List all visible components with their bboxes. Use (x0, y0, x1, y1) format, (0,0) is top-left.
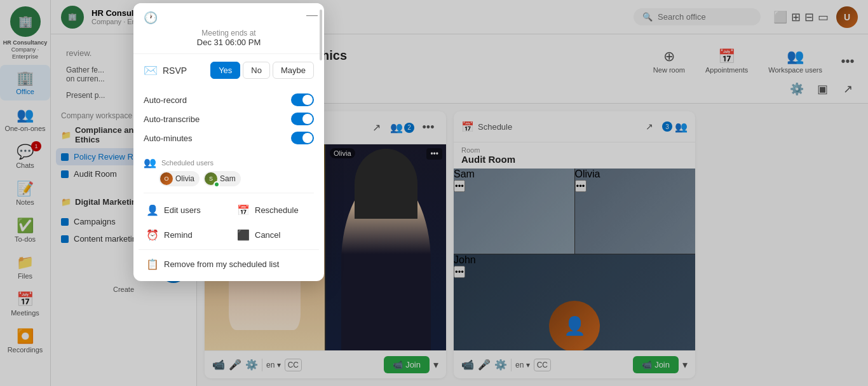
rsvp-envelope-icon: ✉️ (144, 64, 158, 78)
reschedule-icon: 📅 (237, 204, 250, 216)
remove-scheduled-btn[interactable]: 📋 Remove from my scheduled list (139, 252, 319, 276)
rsvp-buttons: Yes No Maybe (210, 62, 314, 79)
remind-btn[interactable]: ⏰ Remind (139, 223, 228, 247)
action-grid: 👤 Edit users 📅 Reschedule ⏰ Remind ⬛ Can… (139, 198, 319, 247)
auto-minutes-row: Auto-minutes (144, 128, 314, 148)
user-chip-olivia[interactable]: O Olivia (159, 171, 200, 186)
auto-transcribe-row: Auto-transcribe (144, 109, 314, 128)
sam-online-indicator (214, 181, 220, 188)
cancel-meeting-icon: ⬛ (237, 229, 250, 241)
remind-icon: ⏰ (146, 229, 159, 241)
olivia-chip-avatar: O (160, 172, 173, 185)
modal-meeting-time: Meeting ends at Dec 31 06:00 PM (133, 29, 324, 54)
meeting-ends-label: Meeting ends at (144, 29, 314, 38)
scheduled-users-section: 👥 Scheduled users O Olivia S Sam (133, 154, 324, 193)
rsvp-no-btn[interactable]: No (243, 62, 270, 79)
remove-scheduled-icon: 📋 (146, 258, 159, 270)
rsvp-yes-btn[interactable]: Yes (210, 62, 240, 79)
users-group-icon: 👥 (144, 156, 156, 169)
modal-divider-2 (139, 249, 319, 250)
modal-overlay (0, 0, 868, 386)
modal-close-btn[interactable]: — (306, 8, 318, 22)
clock-icon: 🕐 (144, 11, 158, 25)
rsvp-row: ✉️ RSVP Yes No Maybe (133, 54, 324, 86)
auto-record-toggle[interactable] (291, 93, 314, 106)
edit-users-icon: 👤 (146, 204, 159, 216)
rsvp-maybe-btn[interactable]: Maybe (273, 62, 314, 79)
modal-actions: 👤 Edit users 📅 Reschedule ⏰ Remind ⬛ Can… (133, 193, 324, 281)
auto-minutes-toggle[interactable] (291, 132, 314, 144)
user-chips-container: O Olivia S Sam (144, 171, 314, 186)
auto-record-row: Auto-record (144, 90, 314, 109)
modal-scrollbar[interactable] (319, 3, 323, 281)
cancel-meeting-btn[interactable]: ⬛ Cancel (229, 223, 319, 247)
modal-header: 🕐 — (133, 3, 324, 29)
auto-transcribe-toggle[interactable] (291, 113, 314, 125)
user-chip-sam[interactable]: S Sam (203, 171, 241, 186)
meeting-modal: 🕐 — Meeting ends at Dec 31 06:00 PM ✉️ R… (133, 3, 324, 281)
modal-time-display: 🕐 (144, 11, 158, 25)
reschedule-btn[interactable]: 📅 Reschedule (229, 198, 319, 222)
toggles-section: Auto-record Auto-transcribe Auto-minutes (133, 86, 324, 154)
scrollbar-thumb[interactable] (320, 10, 322, 60)
edit-users-btn[interactable]: 👤 Edit users (139, 198, 228, 222)
